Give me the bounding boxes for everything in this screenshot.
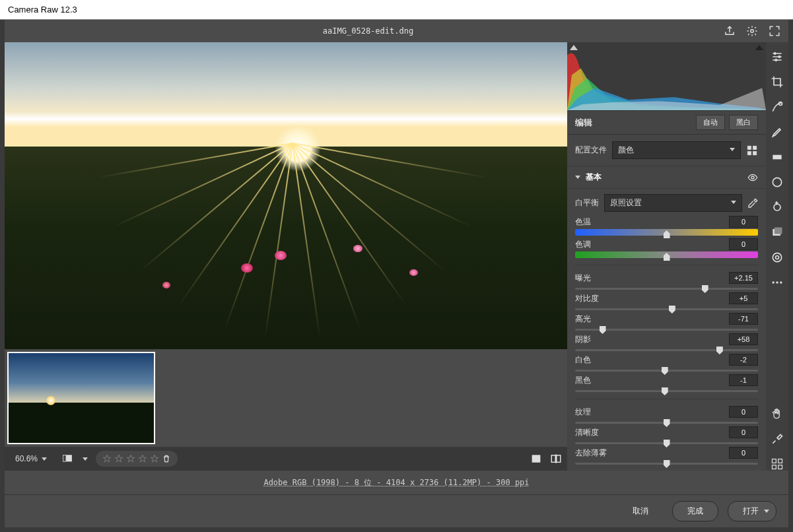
svg-rect-7 (747, 146, 751, 149)
rating-stars[interactable] (96, 451, 178, 467)
titlebar: Camera Raw 12.3 (0, 0, 793, 20)
open-button[interactable]: 打开 (728, 501, 776, 521)
svg-point-17 (773, 178, 781, 186)
edit-sliders-icon[interactable] (771, 50, 784, 63)
slider-色调[interactable]: 色调0 (575, 238, 758, 258)
slider-value[interactable]: 0 (729, 216, 758, 228)
slider-白色[interactable]: 白色-2 (575, 354, 758, 372)
slider-value[interactable]: +5 (729, 292, 758, 304)
zoom-icon[interactable] (771, 432, 784, 446)
svg-point-14 (775, 59, 777, 61)
filmstrip (5, 349, 567, 447)
slider-高光[interactable]: 高光-71 (575, 313, 758, 331)
svg-rect-8 (753, 146, 757, 149)
heal-brush-icon[interactable] (771, 100, 784, 114)
svg-rect-2 (63, 455, 66, 461)
histogram[interactable] (567, 42, 766, 111)
presets-icon[interactable] (771, 251, 784, 264)
slider-色温[interactable]: 色温0 (575, 216, 758, 236)
bottombar: 60.6% (5, 447, 567, 471)
hand-icon[interactable] (771, 407, 784, 420)
star-icon[interactable] (126, 454, 135, 463)
svg-rect-10 (753, 151, 757, 154)
eyedropper-icon[interactable] (747, 198, 758, 209)
profile-select[interactable]: 颜色 (612, 141, 741, 159)
slider-清晰度[interactable]: 清晰度0 (575, 426, 758, 444)
svg-point-23 (776, 256, 779, 259)
star-icon[interactable] (150, 454, 159, 463)
export-icon[interactable] (724, 25, 736, 37)
brush-icon[interactable] (771, 125, 784, 139)
profile-browser-icon[interactable] (746, 145, 758, 156)
slider-value[interactable]: +2.15 (729, 272, 758, 284)
image-preview[interactable] (5, 42, 567, 349)
svg-point-13 (778, 55, 780, 57)
slider-value[interactable]: -71 (729, 313, 758, 325)
svg-rect-29 (773, 465, 776, 469)
star-icon[interactable] (138, 454, 147, 463)
slider-曝光[interactable]: 曝光+2.15 (575, 272, 758, 290)
svg-point-11 (751, 176, 754, 179)
tool-column: + (766, 42, 788, 471)
fullscreen-icon[interactable] (769, 25, 780, 37)
chevron-down-icon (42, 457, 47, 461)
chevron-down-icon[interactable] (83, 457, 88, 461)
zoom-select[interactable]: 60.6% (10, 451, 52, 466)
auto-button[interactable]: 自动 (696, 115, 725, 130)
edit-panel: 编辑 自动 黑白 配置文件 颜色 基本 白平衡 原照设置 (567, 42, 766, 471)
image-info[interactable]: Adobe RGB (1998) - 8 位 - 4104 x 2736 (11… (5, 471, 788, 494)
profile-label: 配置文件 (575, 145, 607, 156)
slider-value[interactable]: -2 (729, 354, 758, 366)
svg-rect-27 (773, 459, 776, 463)
actionbar: 取消 完成 打开 (5, 494, 788, 527)
eye-icon[interactable] (747, 172, 758, 183)
chevron-down-icon (764, 510, 769, 513)
exposure-warning-icon[interactable] (60, 453, 75, 464)
chevron-down-icon (730, 148, 735, 151)
snapshots-icon[interactable] (771, 226, 784, 239)
slider-纹理[interactable]: 纹理0 (575, 406, 758, 424)
svg-point-15 (779, 102, 782, 106)
svg-rect-9 (747, 151, 751, 154)
svg-rect-30 (778, 465, 782, 469)
svg-text:+: + (775, 201, 778, 207)
svg-rect-28 (778, 459, 782, 463)
star-icon[interactable] (114, 454, 123, 463)
crop-icon[interactable] (771, 75, 784, 88)
redeye-icon[interactable]: + (771, 201, 784, 214)
compare-view-icon[interactable] (550, 453, 562, 465)
slider-去除薄雾[interactable]: 去除薄雾0 (575, 447, 758, 465)
slider-value[interactable]: -1 (729, 374, 758, 386)
thumbnail[interactable] (7, 352, 155, 444)
wb-select[interactable]: 原照设置 (604, 194, 742, 212)
grid-view-icon[interactable] (771, 457, 784, 471)
settings-icon[interactable] (746, 25, 758, 37)
wb-label: 白平衡 (575, 197, 599, 209)
svg-point-24 (773, 281, 775, 283)
single-view-icon[interactable] (530, 453, 542, 465)
star-icon[interactable] (102, 454, 112, 463)
slider-对比度[interactable]: 对比度+5 (575, 292, 758, 310)
bw-button[interactable]: 黑白 (729, 115, 758, 130)
slider-value[interactable]: 0 (729, 238, 758, 250)
slider-黑色[interactable]: 黑色-1 (575, 374, 758, 392)
chevron-down-icon (731, 201, 736, 204)
slider-value[interactable]: 0 (729, 426, 758, 438)
done-button[interactable]: 完成 (672, 501, 718, 521)
svg-rect-4 (551, 455, 555, 463)
trash-icon[interactable] (162, 454, 171, 463)
svg-point-22 (773, 253, 781, 261)
linear-gradient-icon[interactable] (771, 150, 784, 164)
svg-point-25 (776, 281, 778, 283)
slider-阴影[interactable]: 阴影+58 (575, 333, 758, 351)
app-title: Camera Raw 12.3 (8, 5, 77, 15)
slider-value[interactable]: 0 (729, 447, 758, 459)
slider-value[interactable]: 0 (729, 406, 758, 418)
slider-value[interactable]: +58 (729, 333, 758, 345)
file-name: aaIMG_0528-edit.dng (13, 26, 724, 36)
basic-section-header[interactable]: 基本 (567, 166, 766, 189)
chevron-down-icon (575, 176, 580, 179)
cancel-button[interactable]: 取消 (618, 502, 663, 521)
more-icon[interactable] (771, 276, 784, 289)
radial-gradient-icon[interactable] (771, 176, 784, 189)
